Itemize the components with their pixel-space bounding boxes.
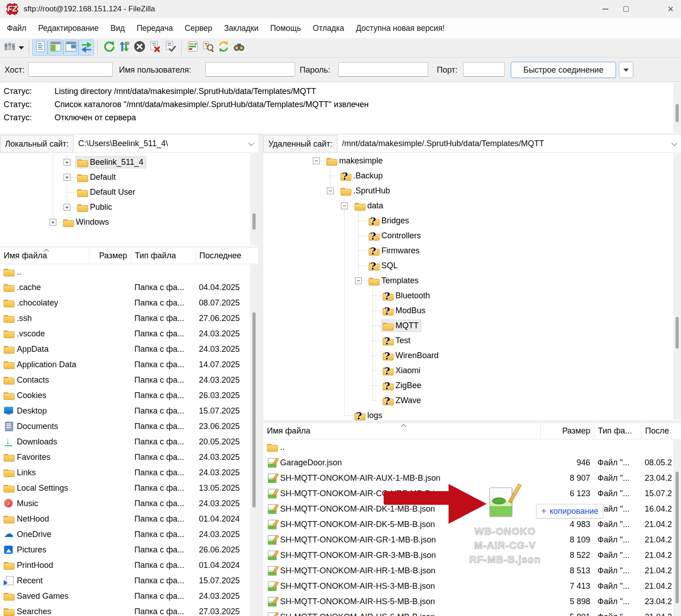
tree-item-bluetooth[interactable]: ?Bluetooth bbox=[263, 288, 681, 303]
menu-item-4[interactable]: Передача bbox=[131, 21, 179, 36]
status-log-scrollbar[interactable] bbox=[673, 83, 681, 133]
column-header-2[interactable]: Размер bbox=[540, 423, 594, 439]
file-row[interactable]: SH-MQTT-ONOKOM-AIR-HS-3-MB-B.json7 413Фа… bbox=[263, 578, 681, 594]
toolbar-button-toggle-queue[interactable] bbox=[79, 39, 94, 56]
file-row[interactable]: OneDriveПапка с фа...24.03.2025 bbox=[0, 527, 258, 542]
column-header-4[interactable]: Последнее bbox=[195, 248, 258, 264]
file-row[interactable]: .cacheПапка с фа...04.04.2025 bbox=[0, 280, 258, 295]
file-row[interactable]: .sshПапка с фа...27.06.2025 bbox=[0, 310, 258, 326]
file-row[interactable]: DocumentsПапка с фа...23.06.2025 bbox=[0, 419, 258, 434]
file-row[interactable]: PicturesПапка с фа...26.06.2025 bbox=[0, 542, 258, 557]
toolbar-button-synchronized-browsing[interactable] bbox=[216, 39, 231, 56]
file-row[interactable]: SH-MQTT-ONOKOM-AIR-AUX-1-MB-B.json8 907Ф… bbox=[263, 470, 681, 486]
tree-item-beelink-511-4[interactable]: +Beelink_511_4 bbox=[0, 155, 258, 170]
menu-item-2[interactable]: Редактирование bbox=[32, 21, 104, 36]
tree-item-bridges[interactable]: ?Bridges bbox=[263, 213, 681, 228]
file-row[interactable]: ContactsПапка с фа...24.03.2025 bbox=[0, 372, 258, 388]
close-button[interactable]: ✕ bbox=[660, 0, 681, 18]
remote-tree-scrollbar[interactable] bbox=[673, 153, 681, 419]
file-row[interactable]: AppDataПапка с фа...24.03.2025 bbox=[0, 341, 258, 357]
tree-item-zwave[interactable]: ?ZWave bbox=[263, 393, 681, 408]
minimize-button[interactable] bbox=[595, 0, 616, 18]
toolbar-button-cancel[interactable] bbox=[132, 39, 147, 56]
collapse-expander-icon[interactable]: − bbox=[313, 158, 320, 164]
expand-expander-icon[interactable]: + bbox=[49, 219, 56, 226]
toolbar-button-process-queue[interactable] bbox=[116, 39, 132, 56]
file-row[interactable]: PrintHoodПапка с фа...01.04.2024 bbox=[0, 557, 258, 573]
toolbar-button-reconnect[interactable] bbox=[163, 39, 178, 56]
tree-item-default[interactable]: +Default bbox=[0, 170, 258, 185]
menu-item-7[interactable]: Помощь bbox=[264, 21, 307, 36]
tree-item--backup[interactable]: ?.Backup bbox=[263, 168, 681, 183]
toolbar-button-filter[interactable] bbox=[185, 39, 200, 56]
tree-item-data[interactable]: −data bbox=[263, 198, 681, 213]
menu-item-6[interactable]: Закладки bbox=[218, 21, 265, 36]
tree-item--spruthub[interactable]: −.SprutHub bbox=[263, 183, 681, 198]
maximize-button[interactable] bbox=[616, 0, 637, 18]
file-row[interactable]: RecentПапка с фа...15.07.2025 bbox=[0, 573, 258, 588]
menu-item-8[interactable]: Отладка bbox=[307, 21, 350, 36]
collapse-expander-icon[interactable]: − bbox=[355, 277, 362, 284]
file-row[interactable]: SH-MQTT-ONOKOM-AIR-HS-5-MB-B.json5 898Фа… bbox=[263, 594, 681, 609]
file-row[interactable]: Saved GamesПапка с фа...24.03.2025 bbox=[0, 588, 258, 604]
file-row[interactable]: LinksПапка с фа...24.03.2025 bbox=[0, 465, 258, 480]
remote-list-scrollbar[interactable] bbox=[673, 440, 681, 616]
local-list-scrollbar[interactable] bbox=[250, 265, 258, 616]
quickconnect-dropdown-button[interactable] bbox=[619, 62, 633, 78]
tree-item-modbus[interactable]: ?ModBus bbox=[263, 303, 681, 318]
port-input[interactable] bbox=[463, 62, 505, 77]
tree-item-makesimple[interactable]: −makesimple bbox=[263, 153, 681, 168]
menu-item-9[interactable]: Доступна новая версия! bbox=[350, 21, 450, 36]
collapse-expander-icon[interactable]: − bbox=[327, 187, 334, 194]
username-input[interactable] bbox=[205, 62, 295, 77]
file-row[interactable]: .chocolateyПапка с фа...08.07.2025 bbox=[0, 295, 258, 310]
file-row[interactable]: SH-MQTT-ONOKOM-AIR-HS-6-MB-B.json5 801Фа… bbox=[263, 609, 681, 616]
tree-item-controllers[interactable]: ?Controllers bbox=[263, 228, 681, 243]
file-row[interactable]: SearchesПапка с фа...27.03.2025 bbox=[0, 604, 258, 616]
menu-item-3[interactable]: Вид bbox=[104, 21, 131, 36]
tree-item-sql[interactable]: ?SQL bbox=[263, 258, 681, 273]
file-row[interactable]: NetHoodПапка с фа...01.04.2024 bbox=[0, 511, 258, 527]
tree-item-default-user[interactable]: Default User bbox=[0, 185, 258, 200]
tree-item-logs[interactable]: ?logs bbox=[263, 408, 681, 420]
toolbar-button-toggle-local-tree[interactable] bbox=[48, 39, 63, 56]
local-tree-scrollbar[interactable] bbox=[250, 153, 258, 245]
toolbar-button-refresh[interactable] bbox=[101, 39, 116, 56]
column-header-3[interactable]: Тип файла bbox=[131, 248, 195, 264]
toolbar-button-toggle-remote-tree[interactable] bbox=[63, 39, 79, 56]
tree-item-firmwares[interactable]: ?Firmwares bbox=[263, 243, 681, 258]
file-row[interactable]: .. bbox=[263, 439, 681, 455]
file-row[interactable]: .vscodeПапка с фа...24.03.2025 bbox=[0, 326, 258, 341]
file-row[interactable]: DownloadsПапка с фа...20.05.2025 bbox=[0, 434, 258, 449]
file-row[interactable]: MusicПапка с фа...24.03.2025 bbox=[0, 496, 258, 511]
tree-item-xiaomi[interactable]: ?Xiaomi bbox=[263, 363, 681, 378]
file-row[interactable]: Local SettingsПапка с фа...13.05.2025 bbox=[0, 480, 258, 496]
file-row[interactable]: GarageDoor.json946Файл "...08.05.2 bbox=[263, 455, 681, 470]
menu-item-1[interactable]: Файл bbox=[1, 21, 32, 36]
toolbar-button-site-manager[interactable] bbox=[2, 39, 17, 56]
toolbar-button-find[interactable] bbox=[231, 39, 247, 56]
file-row[interactable]: DesktopПапка с фа...15.07.2025 bbox=[0, 403, 258, 419]
host-input[interactable] bbox=[28, 62, 113, 77]
tree-item-wirenboard[interactable]: ?WirenBoard bbox=[263, 348, 681, 363]
expand-expander-icon[interactable]: + bbox=[64, 204, 70, 211]
column-header-3[interactable]: Тип фа... bbox=[594, 423, 641, 439]
column-header-4[interactable]: После bbox=[641, 423, 681, 439]
password-input[interactable] bbox=[338, 62, 428, 77]
site-manager-dropdown[interactable] bbox=[17, 39, 25, 56]
tree-item-mqtt[interactable]: MQTT bbox=[263, 318, 681, 333]
expand-expander-icon[interactable]: + bbox=[64, 159, 70, 166]
remote-path-combobox[interactable]: /mnt/data/makesimple/.SprutHub/data/Temp… bbox=[337, 135, 681, 152]
toolbar-button-compare[interactable] bbox=[200, 39, 216, 56]
column-header-2[interactable]: Размер bbox=[89, 248, 131, 264]
quickconnect-button[interactable]: Быстрое соединение bbox=[511, 62, 616, 78]
tree-item-test[interactable]: ?Test bbox=[263, 333, 681, 348]
file-row[interactable]: FavoritesПапка с фа...24.03.2025 bbox=[0, 449, 258, 465]
tree-item-templates[interactable]: −Templates bbox=[263, 273, 681, 288]
panel-splitter[interactable] bbox=[258, 134, 263, 616]
tree-item-zigbee[interactable]: ?ZigBee bbox=[263, 378, 681, 393]
menu-item-5[interactable]: Сервер bbox=[179, 21, 218, 36]
collapse-expander-icon[interactable]: − bbox=[341, 202, 348, 209]
tree-item-public[interactable]: +Public bbox=[0, 200, 258, 215]
file-row[interactable]: Application DataПапка с фа...14.07.2025 bbox=[0, 357, 258, 372]
